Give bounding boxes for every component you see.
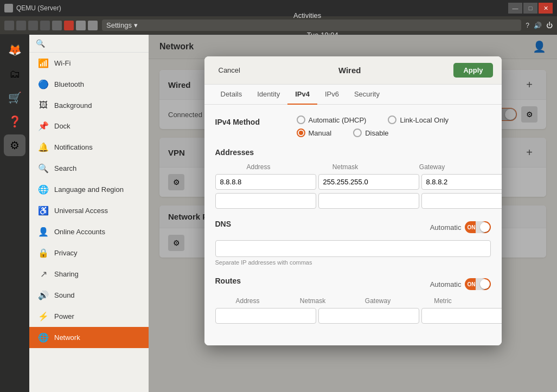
radio-circle-selected <box>297 128 305 137</box>
modal-header: Cancel Wired Apply <box>204 56 502 85</box>
sidebar-item-language[interactable]: 🌐 Language and Region <box>29 179 149 200</box>
sidebar-item-label: Sharing <box>54 270 79 278</box>
sidebar-item-network[interactable]: 🌐 Network <box>29 327 149 348</box>
sidebar-item-label: Universal Access <box>54 207 108 215</box>
address-input-1[interactable] <box>215 174 316 190</box>
background-icon: 🖼 <box>38 100 49 110</box>
netmask-input-2[interactable] <box>318 193 419 209</box>
dns-input[interactable] <box>215 240 491 257</box>
route-gateway-input[interactable] <box>421 308 502 324</box>
tab-details[interactable]: Details <box>213 85 250 105</box>
notifications-icon: 🔔 <box>38 142 49 152</box>
sidebar-item-bluetooth[interactable]: 🔵 Bluetooth <box>29 74 149 95</box>
dns-label: DNS <box>215 220 232 228</box>
language-icon: 🌐 <box>38 184 49 195</box>
routes-automatic-container: Automatic ON <box>430 278 491 290</box>
dock-item-help[interactable]: ❓ <box>4 111 25 132</box>
sidebar-item-sharing[interactable]: ↗ Sharing <box>29 264 149 285</box>
search-nav-icon: 🔍 <box>38 163 49 173</box>
dock-item-software[interactable]: 🛒 <box>4 87 25 108</box>
routes-header-row: Routes Automatic ON <box>215 277 491 292</box>
radio-circle <box>388 115 396 124</box>
addresses-label: Addresses <box>215 148 491 157</box>
sidebar-item-notifications[interactable]: 🔔 Notifications <box>29 137 149 158</box>
col-header-address: Address <box>215 163 302 171</box>
modal-overlay: Cancel Wired Apply Details Identity IPv4 <box>149 35 557 392</box>
tab-identity[interactable]: Identity <box>249 85 287 105</box>
toolbar-icon-3[interactable] <box>28 21 38 30</box>
power-icon[interactable]: ⏻ <box>546 22 553 29</box>
routes-toggle-label: ON <box>465 281 476 287</box>
ipv4-method-section: IPv4 Method Automatic (DHCP) <box>215 115 491 137</box>
sound-icon[interactable]: 🔊 <box>534 22 542 29</box>
addresses-col-headers: Address Netmask Gateway <box>215 163 491 171</box>
sidebar-item-wifi[interactable]: 📶 Wi-Fi <box>29 53 149 74</box>
radio-link-local[interactable]: Link-Local Only <box>388 115 449 124</box>
routes-col-metric: Metric <box>411 297 476 305</box>
tab-ipv4[interactable]: IPv4 <box>287 85 317 105</box>
taskbar-left <box>4 21 98 30</box>
universal-access-icon: ♿ <box>38 205 49 216</box>
settings-menu-arrow: ▾ <box>134 21 138 29</box>
toolbar-icon-5[interactable] <box>52 21 62 30</box>
sidebar-item-search[interactable]: 🔍 Search <box>29 158 149 179</box>
dock-item-firefox[interactable]: 🦊 <box>4 39 25 61</box>
route-address-input[interactable] <box>215 308 316 324</box>
routes-col-address: Address <box>215 297 280 305</box>
sharing-icon: ↗ <box>38 269 49 279</box>
radio-disable[interactable]: Disable <box>353 128 388 137</box>
modal-body: IPv4 Method Automatic (DHCP) <box>204 105 502 345</box>
dock-item-settings[interactable]: ⚙ <box>4 134 25 156</box>
ipv4-method-label: IPv4 Method <box>215 115 286 126</box>
bluetooth-icon: 🔵 <box>38 79 49 89</box>
sidebar-item-sound[interactable]: 🔊 Sound <box>29 285 149 306</box>
modal-title: Wired <box>246 66 453 75</box>
sidebar-item-power[interactable]: ⚡ Power <box>29 306 149 327</box>
close-button[interactable]: ✕ <box>539 3 553 14</box>
routes-section: Routes Automatic ON Addr <box>215 277 491 324</box>
toolbar-icon-1[interactable] <box>4 21 14 30</box>
dns-toggle[interactable]: ON <box>465 221 491 233</box>
radio-automatic-dhcp[interactable]: Automatic (DHCP) <box>297 115 367 124</box>
sidebar-item-label: Background <box>54 101 92 110</box>
gateway-input-1[interactable] <box>421 174 502 190</box>
settings-search-bar: 🔍 <box>29 35 149 53</box>
dock-item-files[interactable]: 🗂 <box>4 63 25 85</box>
sidebar-item-online-accounts[interactable]: 👤 Online Accounts <box>29 221 149 242</box>
toolbar-icon-close[interactable] <box>64 21 74 30</box>
maximize-button[interactable]: □ <box>523 3 537 14</box>
activities-button[interactable]: Activities <box>293 11 321 20</box>
settings-menu-button[interactable]: Settings ▾ <box>102 20 521 31</box>
sidebar-item-label: Wi-Fi <box>54 59 71 67</box>
toolbar-icon-2[interactable] <box>16 21 26 30</box>
tab-ipv6[interactable]: IPv6 <box>317 85 347 105</box>
dns-automatic-container: Automatic ON <box>430 221 491 233</box>
sidebar-item-universal-access[interactable]: ♿ Universal Access <box>29 200 149 221</box>
netmask-input-1[interactable] <box>318 174 419 190</box>
routes-toggle[interactable]: ON <box>465 278 491 290</box>
dock-icon: 📌 <box>38 121 49 131</box>
sidebar-item-dock[interactable]: 📌 Dock <box>29 115 149 137</box>
qemu-icon <box>4 4 13 12</box>
toolbar-icon-7[interactable] <box>88 21 98 30</box>
dns-automatic-label: Automatic <box>430 223 462 232</box>
route-netmask-input[interactable] <box>318 308 419 324</box>
cancel-button[interactable]: Cancel <box>213 64 246 76</box>
apply-button[interactable]: Apply <box>453 63 492 78</box>
wifi-icon: 📶 <box>38 58 49 68</box>
toolbar-icon-4[interactable] <box>40 21 50 30</box>
accessibility-icon[interactable]: ? <box>526 22 529 29</box>
col-header-gateway: Gateway <box>389 163 476 171</box>
gateway-input-2[interactable] <box>421 193 502 209</box>
dns-header-row: DNS Automatic ON <box>215 220 491 235</box>
address-input-2[interactable] <box>215 193 316 209</box>
radio-manual[interactable]: Manual <box>297 128 332 137</box>
tab-security[interactable]: Security <box>347 85 387 105</box>
window-title: QEMU (Server) <box>16 4 61 12</box>
modal-tabs: Details Identity IPv4 IPv6 Security <box>204 85 502 105</box>
sidebar-search-input[interactable] <box>49 40 142 48</box>
toolbar-icon-6[interactable] <box>76 21 86 30</box>
settings-menu-label: Settings <box>106 21 132 29</box>
sidebar-item-background[interactable]: 🖼 Background <box>29 95 149 115</box>
sidebar-item-privacy[interactable]: 🔒 Privacy <box>29 242 149 264</box>
